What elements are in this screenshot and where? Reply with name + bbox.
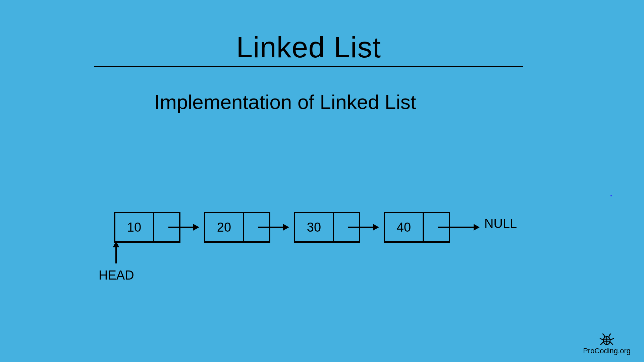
arrow-right-icon (258, 227, 288, 228)
linked-list-diagram: 10 20 30 40 NULL (114, 211, 517, 243)
footer-brand: ProCoding.org (583, 333, 631, 355)
null-label: NULL (484, 217, 517, 231)
slide: Linked List Implementation of Linked Lis… (0, 0, 644, 362)
head-label: HEAD (99, 268, 134, 283)
slide-subtitle: Implementation of Linked List (154, 90, 416, 114)
slide-title: Linked List (94, 30, 523, 67)
arrow-right-icon (348, 227, 378, 228)
node-value: 40 (385, 213, 424, 241)
brand-text: ProCoding.org (583, 347, 631, 355)
decorative-dot (610, 195, 612, 196)
title-block: Linked List (94, 30, 523, 67)
node-value: 10 (115, 213, 154, 241)
node-value: 30 (295, 213, 334, 241)
arrow-up-icon (115, 243, 117, 263)
head-pointer (115, 243, 117, 263)
arrow-right-icon (168, 227, 198, 228)
bug-icon (599, 333, 614, 346)
arrow-right-icon (438, 227, 478, 228)
title-underline (94, 66, 523, 67)
node-value: 20 (205, 213, 244, 241)
